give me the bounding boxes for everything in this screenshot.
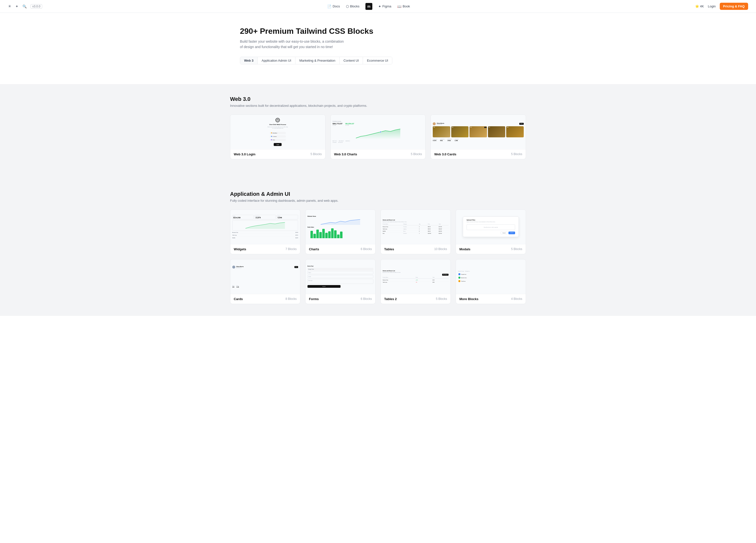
mock-form-badge: Design Team: [307, 268, 373, 271]
admin-widgets-mock: Sales $214,538 Customers 13,875 Orders 5…: [230, 213, 300, 241]
mock-t2-h3: Total: [432, 277, 449, 278]
mock-td-c2: Lighting: [403, 229, 418, 230]
sun-icon[interactable]: ☀: [8, 4, 11, 9]
ai-icon[interactable]: ✦: [15, 4, 18, 9]
cta-button[interactable]: Pricing & FAQ: [720, 3, 748, 10]
mock-wallet-3: Other: [270, 139, 286, 141]
search-icon[interactable]: 🔍: [22, 4, 27, 8]
mock-widget-customers: Customers 13,875: [254, 215, 276, 219]
web3-cards-label: Web 3.0 Cards: [434, 152, 456, 156]
mock-td-pr4: $120.00: [428, 233, 438, 234]
mock-nft-id-2: #823: [452, 127, 453, 128]
mock-big-sub: ▲ 2.4%: [333, 125, 342, 126]
admin-forms-footer: Forms 6 Blocks: [306, 294, 375, 304]
admin-more-footer: More Blocks 4 Blocks: [456, 294, 526, 304]
mock-bar-4: [316, 230, 319, 238]
mock-widget-sales-val: $214,538: [233, 217, 253, 218]
mock-td-c3: Decor: [403, 231, 418, 232]
filter-tab-admin[interactable]: Application Admin UI: [258, 57, 295, 64]
mock-bar-8: [328, 231, 331, 238]
mock-item-text-3: Third Item: [461, 281, 466, 282]
mock-chart-vals: $36,772.57 ▲ 2.4% $8,254.07 ▲ 1.1%: [333, 123, 424, 126]
mock-user-info: Olivia Morris @oliviamorris: [437, 123, 444, 125]
mock-bar-area: Daily Sales: [307, 226, 373, 238]
mock-area-chart: [333, 127, 424, 139]
admin-charts-count: 6 Blocks: [361, 247, 372, 251]
admin-forms-card[interactable]: Extra Fast Design Team Name Email Messag…: [305, 259, 376, 304]
mock-tr-4: Sofa Furniture 1 $120.00 $120.00: [383, 233, 449, 235]
mock-follow-btn-2: New: [294, 266, 298, 268]
mock-legend: ● Portfolio $17,116.11: [333, 142, 424, 143]
mock-nft-id-4: #547: [488, 127, 490, 128]
admin-forms-preview: Extra Fast Design Team Name Email Messag…: [306, 259, 375, 294]
mock-modal-heading: Upload Files: [467, 219, 515, 221]
version-badge[interactable]: v3.0.0: [31, 4, 42, 9]
mock-item-1: Simple Item: [458, 273, 524, 276]
mock-cs2-val: 3.2K: [236, 286, 239, 288]
filter-tab-ecommerce[interactable]: Ecommerce UI: [363, 57, 392, 64]
mock-t2-c3: $170: [432, 280, 449, 281]
mock-table2-actions: New Report: [383, 274, 449, 276]
mock-td-t4: $120.00: [439, 233, 449, 234]
mock-bar-11: [337, 235, 340, 238]
mock-list-row-1: Mountain Chair $19.99: [232, 232, 298, 234]
mock-list-name-1: Mountain Chair: [232, 232, 238, 233]
docs-icon: 📄: [327, 4, 331, 8]
web3-cards-preview: Olivia Morris @oliviamorris Follow #822 …: [431, 115, 526, 149]
admin-widgets-card[interactable]: Sales $214,538 Customers 13,875 Orders 5…: [230, 209, 300, 254]
admin-charts-card[interactable]: Website Views Daily Sales: [305, 209, 376, 254]
admin-forms-mock: Extra Fast Design Team Name Email Messag…: [306, 263, 375, 290]
mock-t2-c2: +12%: [416, 280, 432, 281]
web3-charts-card[interactable]: Portfolio Activity $36,772.57 ▲ 2.4% $8,…: [330, 114, 426, 159]
mock-login-title: One-Click Web3 Access: [269, 124, 286, 125]
mock-card-stats: Sales 154 Views 3.2K: [232, 285, 298, 288]
admin-tables-card[interactable]: Home and Decor List A product list with …: [380, 209, 451, 254]
admin-cards2-count: 8 Blocks: [286, 297, 297, 301]
svg-point-0: [277, 119, 279, 121]
mock-user-handle: @oliviamorris: [437, 124, 444, 125]
admin-modals-label: Modals: [459, 247, 470, 251]
admin-cards2-card[interactable]: Olivia Morris @oliviamorris New Sales 15…: [230, 259, 300, 304]
mock-textarea: Message: [307, 279, 373, 284]
mock-modal-container: Upload Files Upload a document file for …: [463, 217, 519, 237]
svg-point-1: [380, 131, 381, 133]
admin-cards2-footer: Cards 8 Blocks: [230, 294, 300, 304]
web3-login-card[interactable]: One-Click Web3 Access Access your accoun…: [230, 114, 325, 159]
mock-nft-4: #547: [488, 126, 505, 137]
admin-more-card[interactable]: Simple Group Categories Simple Item Anot…: [456, 259, 526, 304]
filter-tab-marketing[interactable]: Marketing & Presentation: [295, 57, 340, 64]
mock-bars: [307, 228, 373, 238]
hero-section: 290+ Premium Tailwind CSS Blocks Build f…: [230, 13, 526, 76]
web3-charts-count: 5 Blocks: [411, 152, 422, 156]
mock-input-2: Email: [307, 275, 373, 278]
mock-new-badge: New: [484, 127, 486, 128]
login-button[interactable]: Login: [708, 4, 716, 8]
mock-list-name-2: Table Lamp: [232, 235, 237, 236]
mock-stat-3: 14476 ETH 14422: [447, 139, 452, 141]
admin-tables2-card[interactable]: Home and Decor List A product list with …: [380, 259, 451, 304]
mock-td-q3: 8: [419, 231, 427, 232]
mock-profile-row: Olivia Morris @oliviamorris New: [232, 266, 298, 269]
mock-modal-body: Upload a document file for your annual c…: [467, 221, 515, 222]
book-link[interactable]: 📖 Book: [397, 4, 410, 8]
filter-tab-web3[interactable]: Web 3: [240, 57, 258, 64]
mock-source-label: Simple Group: [458, 271, 464, 272]
star-count[interactable]: ⭐ 4K: [695, 4, 704, 8]
web3-cards-card[interactable]: Olivia Morris @oliviamorris Follow #822 …: [431, 114, 526, 159]
web3-desc: Innovative sections built for decentrali…: [230, 104, 526, 108]
mock-stat-val-2: 9421: [440, 140, 445, 141]
mock-submit-btn: Submit: [307, 285, 341, 288]
figma-link[interactable]: ✦ Figma: [378, 4, 391, 8]
mock-t2-c6: $194: [432, 282, 449, 283]
mock-more-row1: Simple Group Categories: [458, 271, 524, 272]
blocks-link[interactable]: ⬡ Blocks: [346, 4, 360, 8]
web3-login-count: 5 Blocks: [310, 152, 322, 156]
admin-modals-card[interactable]: Upload Files Upload a document file for …: [456, 209, 526, 254]
mock-dot-blue: [271, 136, 272, 137]
filter-tab-content[interactable]: Content UI: [340, 57, 363, 64]
mock-dot-yellow: [271, 132, 272, 133]
docs-link[interactable]: 📄 Docs: [327, 4, 340, 8]
admin-modals-count: 5 Blocks: [511, 247, 522, 251]
logo[interactable]: m: [365, 3, 372, 10]
mock-widget-svg: [234, 221, 297, 229]
